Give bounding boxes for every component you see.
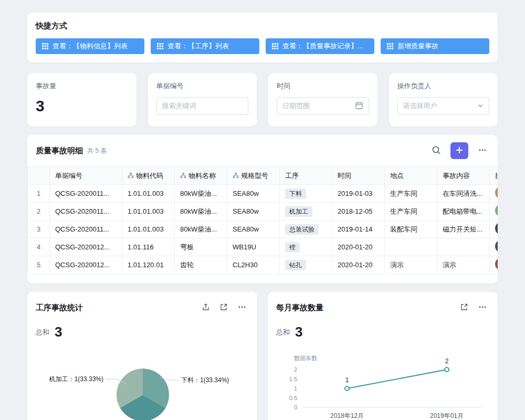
cell-doc: QCSG-2020012... <box>50 256 122 274</box>
table-search-button[interactable] <box>429 143 443 159</box>
line-card-title: 每月事故数量 <box>276 303 323 313</box>
x-tick: 2019年01月 <box>430 412 464 419</box>
table-row[interactable]: 4 QCSG-2020012... 1.01.116 弯板 WB19U 镗 20… <box>28 238 498 256</box>
cell-owner <box>490 185 498 203</box>
add-record-button[interactable] <box>450 142 468 159</box>
col-header-process: 工序 <box>280 167 332 185</box>
table-header-row: 单据编号 物料代码 物料名称 规格型号 工序 时间 地点 事故内容 操作负责人 <box>28 167 498 185</box>
table-row[interactable]: 3 QCSG-2020011... 1.01.01.003 80kW柴油... … <box>28 220 498 238</box>
avatar <box>495 240 498 253</box>
data-point-label: 1 <box>345 376 349 384</box>
process-tag: 钻孔 <box>285 260 306 270</box>
shortcut-label: 查看：【质量事故记录】... <box>282 41 363 51</box>
pie-card-title: 工序事故统计 <box>36 303 83 313</box>
x-tick: 2018年12月 <box>330 412 364 419</box>
y-tick: 1 <box>294 385 297 392</box>
pie-label-right: 下料：1(33.34%) <box>181 376 229 384</box>
relation-icon <box>180 172 186 178</box>
cell-process: 下料 <box>280 185 332 203</box>
cell-name: 弯板 <box>175 238 227 256</box>
cell-content: 在车间清洗... <box>437 185 490 203</box>
row-index: 1 <box>28 185 50 203</box>
cell-place: 生产车间 <box>385 185 437 203</box>
table-row[interactable]: 2 QCSG-2020011... 1.01.01.003 80kW柴油... … <box>28 203 498 220</box>
cell-spec: SEA80w <box>227 203 280 220</box>
input-placeholder: 日期范围 <box>282 101 310 111</box>
line-series <box>347 370 447 388</box>
open-in-new-button[interactable] <box>217 301 230 315</box>
cell-date: 2019-01-03 <box>332 185 385 203</box>
col-header-doc: 单据编号 <box>50 167 122 185</box>
quality-accident-table-card: 质量事故明细 共 5 条 <box>27 135 498 284</box>
pie-more-menu-button[interactable] <box>235 300 249 316</box>
col-header-label: 物料代码 <box>136 172 163 180</box>
operator-select[interactable]: 请选择用户 <box>397 97 490 115</box>
sum-value: 3 <box>55 324 62 340</box>
table-scroll-area[interactable]: 单据编号 物料代码 物料名称 规格型号 工序 时间 地点 事故内容 操作负责人 … <box>27 166 498 284</box>
grid-icon <box>272 43 278 49</box>
col-header-index <box>28 167 50 185</box>
monthly-accident-count-card: 每月事故数量 总和 3 数据条数 2 <box>268 292 498 420</box>
cell-place: 装配车间 <box>385 220 437 238</box>
line-more-menu-button[interactable] <box>476 300 489 316</box>
cell-process: 总装试验 <box>280 220 332 238</box>
grid-icon <box>157 43 163 49</box>
data-point-marker <box>345 386 349 391</box>
shortcut-view-process-list-button[interactable]: 查看：【工序】列表 <box>151 38 259 54</box>
table-row-count: 共 5 条 <box>87 146 107 155</box>
pie-card-header: 工序事故统计 <box>36 300 249 316</box>
cell-code: 1.01.01.003 <box>122 185 175 203</box>
shortcut-label: 查看：【工序】列表 <box>167 41 229 51</box>
filter-card-doc-number: 单据编号 搜索关键词 <box>148 73 257 127</box>
avatar <box>495 204 498 217</box>
col-header-label: 物料名称 <box>188 172 216 180</box>
cell-process: 钻孔 <box>280 256 332 274</box>
cell-owner <box>490 203 498 220</box>
data-point-marker <box>445 368 449 372</box>
data-point-label: 2 <box>445 358 449 365</box>
table-title: 质量事故明细 <box>36 146 83 156</box>
grid-icon <box>42 43 48 49</box>
doc-number-search-input[interactable]: 搜索关键词 <box>156 97 249 115</box>
cell-content <box>437 238 490 256</box>
cell-content: 磁力开关短... <box>437 220 490 238</box>
open-in-new-button[interactable] <box>458 301 470 315</box>
relation-icon <box>233 172 239 178</box>
filter-card-time: 时间 日期范围 <box>268 73 377 127</box>
cell-owner <box>490 220 498 238</box>
grid-icon <box>387 43 393 49</box>
table-row[interactable]: 1 QCSG-2020011... 1.01.01.003 80kW柴油... … <box>28 185 498 203</box>
shortcut-view-quality-records-button[interactable]: 查看：【质量事故记录】... <box>266 38 374 54</box>
cell-date: 2019-01-14 <box>332 220 385 238</box>
table-header-bar: 质量事故明细 共 5 条 <box>27 135 498 166</box>
date-range-input[interactable]: 日期范围 <box>277 97 369 115</box>
export-icon <box>202 303 210 313</box>
open-in-new-icon <box>460 303 468 313</box>
input-placeholder: 搜索关键词 <box>162 101 196 111</box>
col-header-spec: 规格型号 <box>227 167 280 185</box>
cell-content: 配电箱带电... <box>437 203 490 220</box>
col-header-code: 物料代码 <box>122 167 175 185</box>
cell-spec: SEA80w <box>227 185 280 203</box>
table-row[interactable]: 5 QCSG-2020012... 1.01.120.01 齿轮 CL2H30 … <box>28 256 498 274</box>
pie-label-left: 机加工：1(33.33%) <box>49 375 103 383</box>
row-index: 2 <box>28 203 50 220</box>
shortcut-add-quality-accident-button[interactable]: 新增质量事故 <box>381 38 489 54</box>
shortcuts-card: 快捷方式 查看：【物料信息】列表 查看：【工序】列表 查看：【质量事故记录】..… <box>27 13 498 62</box>
shortcut-label: 新增质量事故 <box>397 41 438 51</box>
avatar <box>495 186 498 199</box>
quality-accident-table: 单据编号 物料代码 物料名称 规格型号 工序 时间 地点 事故内容 操作负责人 … <box>27 166 498 274</box>
filter-label: 单据编号 <box>156 81 249 91</box>
more-dots-icon <box>237 302 247 313</box>
cell-code: 1.01.01.003 <box>122 220 175 238</box>
cell-name: 80kW柴油... <box>175 185 227 203</box>
cell-name: 80kW柴油... <box>175 220 227 238</box>
sum-value: 3 <box>295 324 302 340</box>
stat-card-accident-count: 事故量 3 <box>27 73 136 127</box>
export-button[interactable] <box>200 301 212 315</box>
table-more-menu-button[interactable] <box>476 143 489 159</box>
col-header-label: 规格型号 <box>241 172 268 180</box>
shortcut-view-material-list-button[interactable]: 查看：【物料信息】列表 <box>36 38 144 54</box>
charts-row: 工序事故统计 总和 <box>27 292 498 420</box>
chevron-down-icon <box>477 102 484 110</box>
